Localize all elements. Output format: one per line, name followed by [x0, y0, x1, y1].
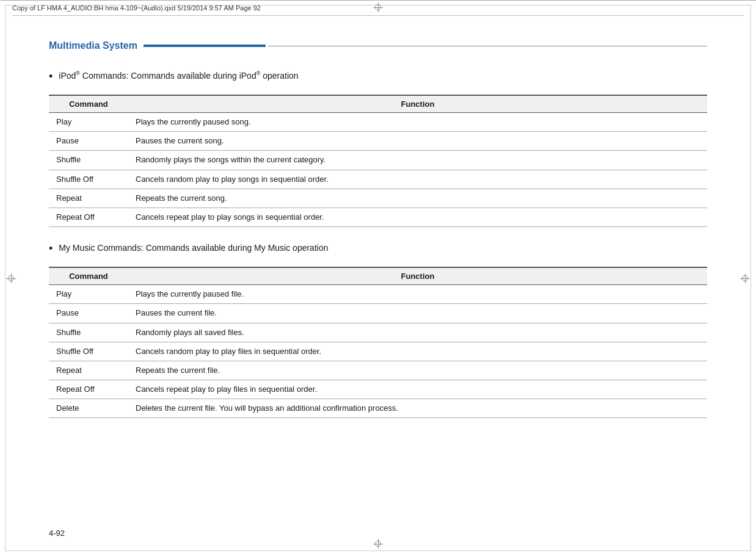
table-row: PausePauses the current file. — [49, 304, 707, 323]
table2-function-cell: Plays the currently paused file. — [128, 285, 707, 304]
title-line-gray — [268, 46, 707, 46]
header-text: Copy of LF HMA 4_AUDIO:BH hma 4-109~(Aud… — [12, 4, 261, 12]
table1-command-cell: Shuffle Off — [49, 170, 128, 189]
table2-command-cell: Shuffle Off — [49, 342, 128, 361]
bullet-dot-1: • — [49, 68, 53, 85]
crosshair-right — [740, 273, 750, 283]
table1-function-cell: Pauses the current song. — [128, 132, 707, 151]
table-row: Shuffle OffCancels random play to play f… — [49, 342, 707, 361]
crosshair-bottom — [373, 539, 383, 549]
table1-function-cell: Repeats the current song. — [128, 189, 707, 208]
table-row: ShuffleRandomly plays the songs within t… — [49, 151, 707, 170]
table-row: RepeatRepeats the current file. — [49, 361, 707, 380]
section-title-bar: Multimedia System — [49, 40, 707, 51]
table-row: RepeatRepeats the current song. — [49, 189, 707, 208]
table-row: PlayPlays the currently paused file. — [49, 285, 707, 304]
title-line-blue — [144, 45, 266, 47]
table-row: PausePauses the current song. — [49, 132, 707, 151]
bullet-dot-2: • — [49, 240, 53, 257]
content-area: Multimedia System • iPod® Commands: Comm… — [0, 16, 756, 457]
table1-command-cell: Repeat — [49, 189, 128, 208]
table1-function-cell: Cancels repeat play to play songs in seq… — [128, 208, 707, 226]
table1-command-cell: Shuffle — [49, 151, 128, 170]
table2-header-row: Command Function — [49, 267, 707, 285]
table2-command-cell: Repeat — [49, 361, 128, 380]
table2-function-cell: Deletes the current file. You will bypas… — [128, 399, 707, 418]
table-row: ShuffleRandomly plays all saved files. — [49, 323, 707, 342]
page-number: 4-92 — [49, 529, 65, 538]
page-header: Copy of LF HMA 4_AUDIO:BH hma 4-109~(Aud… — [0, 0, 756, 15]
table-row: Shuffle OffCancels random play to play s… — [49, 170, 707, 189]
bullet-item-1: • iPod® Commands: Commands available dur… — [49, 70, 707, 85]
table1-command-cell: Pause — [49, 132, 128, 151]
table-row: Repeat OffCancels repeat play to play so… — [49, 208, 707, 226]
bullet-text-2: My Music Commands: Commands available du… — [59, 242, 328, 255]
table2-command-cell: Pause — [49, 304, 128, 323]
table2-header-command: Command — [49, 267, 128, 285]
bullet-item-2: • My Music Commands: Commands available … — [49, 242, 707, 257]
table2-header-function: Function — [128, 267, 707, 285]
table2-command-cell: Repeat Off — [49, 380, 128, 399]
mymusic-commands-table: Command Function PlayPlays the currently… — [49, 267, 707, 418]
bullet-text-1: iPod® Commands: Commands available durin… — [59, 70, 298, 82]
table2-command-cell: Play — [49, 285, 128, 304]
table1-header-command: Command — [49, 95, 128, 113]
table2-function-cell: Cancels repeat play to play files in seq… — [128, 380, 707, 399]
table1-function-cell: Randomly plays the songs within the curr… — [128, 151, 707, 170]
table-row: DeleteDeletes the current file. You will… — [49, 399, 707, 418]
table-row: PlayPlays the currently paused song. — [49, 113, 707, 132]
table2-function-cell: Pauses the current file. — [128, 304, 707, 323]
crosshair-left — [6, 273, 16, 283]
section-title: Multimedia System — [49, 40, 144, 51]
table2-function-cell: Randomly plays all saved files. — [128, 323, 707, 342]
table2-command-cell: Shuffle — [49, 323, 128, 342]
table-row: Repeat OffCancels repeat play to play fi… — [49, 380, 707, 399]
table2-function-cell: Cancels random play to play files in seq… — [128, 342, 707, 361]
ipod-commands-table: Command Function PlayPlays the currently… — [49, 95, 707, 227]
table2-function-cell: Repeats the current file. — [128, 361, 707, 380]
table1-header-function: Function — [128, 95, 707, 113]
table1-command-cell: Repeat Off — [49, 208, 128, 226]
table2-command-cell: Delete — [49, 399, 128, 418]
table1-function-cell: Cancels random play to play songs in seq… — [128, 170, 707, 189]
table1-function-cell: Plays the currently paused song. — [128, 113, 707, 132]
table1-command-cell: Play — [49, 113, 128, 132]
table1-header-row: Command Function — [49, 95, 707, 113]
